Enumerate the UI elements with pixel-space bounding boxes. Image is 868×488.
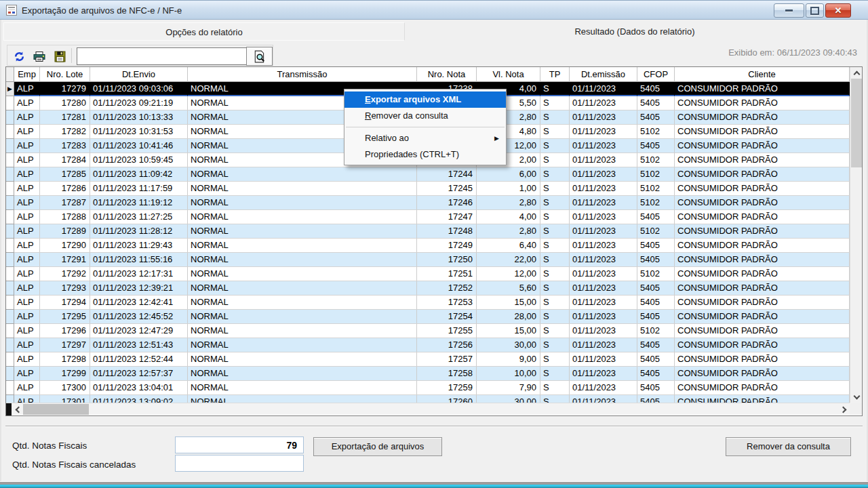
column-header-nro-nota[interactable]: Nro. Nota	[417, 67, 477, 82]
table-cell: ALP	[14, 281, 40, 296]
table-cell: 01/11/2023 10:13:33	[90, 110, 188, 125]
table-cell: 17259	[417, 381, 477, 395]
column-header-dt-envio[interactable]: Dt.Envio	[90, 67, 188, 82]
table-row[interactable]: ALP1729501/11/2023 12:45:52NORMAL1725428…	[6, 310, 850, 324]
table-cell: 01/11/2023 12:45:52	[90, 310, 188, 324]
restore-button[interactable]	[806, 3, 824, 18]
table-cell: 17290	[40, 239, 90, 253]
table-row[interactable]: ALP1730001/11/2023 13:04:01NORMAL172597,…	[6, 381, 850, 395]
minimize-button[interactable]	[774, 3, 804, 18]
table-row[interactable]: ALP1729301/11/2023 12:39:21NORMAL172525,…	[6, 281, 850, 296]
window-title: Exportação de arquivos de NFC-e / NF-e	[22, 1, 182, 20]
scroll-left-arrow[interactable]	[12, 403, 23, 415]
tab-opcoes-relatorio[interactable]: Opções do relatório	[3, 22, 405, 41]
table-cell: 6,40	[477, 239, 540, 253]
table-row[interactable]: ALP1729801/11/2023 12:52:44NORMAL172579,…	[6, 352, 850, 367]
qtd-notas-canceladas-field[interactable]	[175, 455, 304, 472]
table-cell: 5102	[637, 182, 675, 196]
column-header-cfop[interactable]: CFOP	[637, 67, 675, 82]
table-cell: 5405	[637, 239, 675, 253]
print-button[interactable]	[32, 49, 47, 64]
table-cell: 5405	[637, 310, 675, 324]
table-cell: 17283	[40, 139, 90, 153]
save-button[interactable]	[52, 49, 67, 64]
table-row[interactable]: ALP1729001/11/2023 11:29:43NORMAL172496,…	[6, 239, 850, 253]
scroll-down-arrow[interactable]	[850, 391, 863, 403]
table-cell: S	[540, 182, 570, 196]
table-row[interactable]: ALP1729701/11/2023 12:51:43NORMAL1725630…	[6, 338, 850, 352]
table-cell: S	[540, 110, 570, 125]
menu-item-exportar-arquivos-xml[interactable]: Exportar arquivos XML	[344, 92, 506, 108]
table-cell: 01/11/2023 13:09:02	[90, 395, 188, 403]
column-header-tp[interactable]: TP	[540, 67, 570, 82]
table-row[interactable]: ALP1728601/11/2023 11:17:59NORMAL172451,…	[6, 182, 850, 196]
table-row[interactable]: ALP1729401/11/2023 12:42:41NORMAL1725315…	[6, 296, 850, 310]
table-row[interactable]: ALP1728501/11/2023 11:09:42NORMAL172446,…	[6, 167, 850, 182]
column-header-emp[interactable]: Emp	[14, 67, 40, 82]
table-cell: 01/11/2023 12:42:41	[90, 296, 188, 310]
table-cell: 01/11/2023 12:52:44	[90, 352, 188, 367]
table-cell: 17301	[40, 395, 90, 403]
remover-consulta-button[interactable]: Remover da consulta	[726, 437, 851, 456]
column-header-dt-emissao[interactable]: Dt.emissão	[570, 67, 637, 82]
table-cell: ALP	[14, 96, 40, 110]
table-cell: 01/11/2023	[570, 296, 637, 310]
table-cell: S	[540, 139, 570, 153]
vertical-scrollbar[interactable]	[850, 67, 862, 403]
horizontal-scroll-thumb[interactable]	[23, 404, 89, 415]
table-cell: 01/11/2023 12:39:21	[90, 281, 188, 296]
row-indicator	[6, 352, 14, 367]
table-row[interactable]: ALP1728701/11/2023 11:19:12NORMAL172462,…	[6, 196, 850, 210]
close-icon: ✕	[835, 6, 842, 15]
menu-item-remover-da-consulta[interactable]: Remover da consulta	[344, 108, 506, 124]
table-row[interactable]: ALP1728801/11/2023 11:27:25NORMAL172474,…	[6, 210, 850, 224]
scroll-up-arrow[interactable]	[850, 67, 863, 79]
printer-icon	[33, 51, 46, 62]
exportacao-arquivos-button[interactable]: Exportação de arquivos	[313, 437, 442, 456]
table-cell: 17258	[417, 367, 477, 381]
table-row[interactable]: ALP1729901/11/2023 12:57:37NORMAL1725810…	[6, 367, 850, 381]
table-cell: 17293	[40, 281, 90, 296]
menu-item-relativo-ao[interactable]: Relativo ao▶	[344, 130, 506, 146]
row-indicator	[6, 210, 14, 224]
titlebar: Exportação de arquivos de NFC-e / NF-e ✕	[0, 0, 868, 20]
table-row[interactable]: ALP1730101/11/2023 13:09:02NORMAL1726030…	[6, 395, 850, 403]
table-cell: 01/11/2023 10:59:45	[90, 153, 188, 167]
table-cell: ALP	[14, 153, 40, 167]
table-cell: 10,00	[477, 367, 540, 381]
table-cell: CONSUMIDOR PADRÃO	[675, 210, 850, 224]
table-cell: 17257	[417, 352, 477, 367]
table-cell: 01/11/2023 13:04:01	[90, 381, 188, 395]
table-row[interactable]: ALP1729101/11/2023 11:55:16NORMAL1725022…	[6, 253, 850, 267]
row-indicator	[6, 110, 14, 125]
menu-item-propriedades-ctrl-t[interactable]: Propriedades (CTRL+T)	[344, 146, 506, 163]
table-cell: CONSUMIDOR PADRÃO	[675, 224, 850, 239]
filter-input[interactable]	[77, 47, 250, 65]
column-header-transmissao[interactable]: Transmissão	[188, 67, 417, 82]
tab-resultado[interactable]: Resultado (Dados do relatório)	[405, 22, 865, 41]
table-cell: 5405	[637, 367, 675, 381]
close-button[interactable]: ✕	[825, 3, 851, 18]
scroll-right-arrow[interactable]	[838, 403, 850, 415]
refresh-button[interactable]	[12, 49, 26, 64]
table-cell: 01/11/2023 12:51:43	[90, 338, 188, 352]
table-cell: ALP	[14, 338, 40, 352]
table-row[interactable]: ALP1729201/11/2023 12:17:31NORMAL1725112…	[6, 267, 850, 281]
restore-icon	[810, 7, 819, 15]
qtd-notas-field[interactable]	[175, 436, 304, 453]
table-cell: CONSUMIDOR PADRÃO	[675, 153, 850, 167]
vertical-scroll-thumb[interactable]	[851, 79, 862, 167]
table-cell: 01/11/2023	[570, 324, 637, 338]
table-row[interactable]: ALP1729601/11/2023 12:47:29NORMAL1725515…	[6, 324, 850, 338]
preview-button[interactable]	[246, 47, 273, 66]
column-header-cliente[interactable]: Cliente	[675, 67, 850, 82]
table-cell: ALP	[14, 139, 40, 153]
table-cell: S	[540, 253, 570, 267]
table-row[interactable]: ALP1728901/11/2023 11:28:12NORMAL172482,…	[6, 224, 850, 239]
row-indicator	[6, 367, 14, 381]
table-cell: 5405	[637, 352, 675, 367]
horizontal-scrollbar[interactable]	[6, 403, 850, 415]
row-indicator	[6, 253, 14, 267]
column-header-nro-lote[interactable]: Nro. Lote	[40, 67, 90, 82]
column-header-vl-nota[interactable]: Vl. Nota	[477, 67, 540, 82]
